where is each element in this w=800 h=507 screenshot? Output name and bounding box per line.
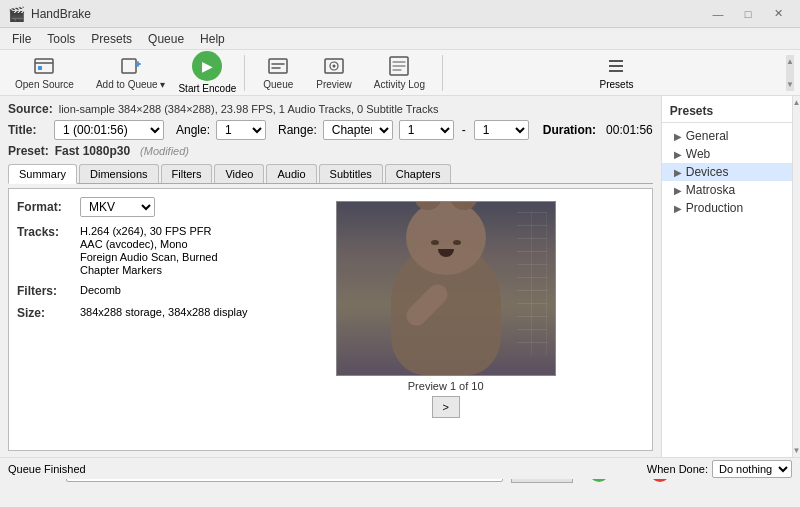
tab-subtitles[interactable]: Subtitles [319,164,383,183]
format-row: Format: MKV MP4 [17,197,248,217]
preset-group-production[interactable]: ▶ Production [662,199,800,217]
menu-queue[interactable]: Queue [140,30,192,48]
preset-group-matroska[interactable]: ▶ Matroska [662,181,800,199]
angle-label: Angle: [176,123,210,137]
chapter-to-select[interactable]: 1 [474,120,529,140]
app-icon: 🎬 [8,6,25,22]
size-label: Size: [17,306,72,320]
preview-button[interactable]: Preview [307,51,361,94]
left-panel: Source: lion-sample 384×288 (384×288), 2… [0,96,661,457]
svg-point-6 [333,65,336,68]
preview-next-button[interactable]: > [432,396,460,418]
tab-dimensions[interactable]: Dimensions [79,164,158,183]
range-select[interactable]: Chapters [323,120,393,140]
toolbar-scroll: ▲ ▼ [786,55,794,91]
menu-help[interactable]: Help [192,30,233,48]
track-1: H.264 (x264), 30 FPS PFR [80,225,218,237]
tab-chapters[interactable]: Chapters [385,164,452,183]
scroll-down-arrow[interactable]: ▼ [793,446,800,455]
tab-video[interactable]: Video [214,164,264,183]
title-bar-left: 🎬 HandBrake [8,6,91,22]
queue-button[interactable]: Queue [253,51,303,94]
source-row: Source: lion-sample 384×288 (384×288), 2… [8,102,653,116]
duration-value: 00:01:56 [606,123,653,137]
open-source-label: Open Source [15,79,74,90]
presets-panel-header: Presets [662,100,800,123]
svg-rect-0 [35,59,53,73]
when-done-area: When Done: Do nothing Shutdown Hibernate [647,460,792,478]
presets-toolbar-label: Presets [600,79,634,90]
angle-select[interactable]: 1 [216,120,266,140]
maximize-button[interactable]: □ [734,4,762,24]
tracks-section: Tracks: H.264 (x264), 30 FPS PFR AAC (av… [17,225,248,276]
title-bar-controls: — □ ✕ [704,4,792,24]
status-bar: Queue Finished When Done: Do nothing Shu… [0,457,800,479]
preset-label: Preset: [8,144,49,158]
queue-icon [267,55,289,77]
source-value: lion-sample 384×288 (384×288), 23.98 FPS… [59,103,439,115]
add-to-queue-label: Add to Queue ▾ [96,79,166,90]
tab-summary[interactable]: Summary [8,164,77,184]
tab-audio[interactable]: Audio [266,164,316,183]
format-select[interactable]: MKV MP4 [80,197,155,217]
preset-matroska-label: Matroska [686,183,735,197]
track-2: AAC (avcodec), Mono [80,238,218,250]
menu-tools[interactable]: Tools [39,30,83,48]
chapter-from-select[interactable]: 1 [399,120,454,140]
filters-section: Filters: Decomb [17,284,248,298]
status-text: Queue Finished [8,463,86,475]
preview-icon [323,55,345,77]
preview-thumbnail [336,201,556,376]
title-row: Title: 1 (00:01:56) Angle: 1 Range: Chap… [8,120,653,140]
preset-group-web[interactable]: ▶ Web [662,145,800,163]
when-done-select[interactable]: Do nothing Shutdown Hibernate [712,460,792,478]
tracks-lines: H.264 (x264), 30 FPS PFR AAC (avcodec), … [80,225,218,276]
svg-rect-2 [122,59,136,73]
preview-nav: > [432,396,460,418]
range-label: Range: [278,123,317,137]
minimize-button[interactable]: — [704,4,732,24]
open-source-button[interactable]: Open Source [6,51,83,94]
size-section: Size: 384x288 storage, 384x288 display [17,306,248,320]
tabs: Summary Dimensions Filters Video Audio S… [8,164,653,184]
add-to-queue-button[interactable]: Add to Queue ▾ [87,51,175,94]
preview-label-text: Preview 1 of 10 [408,380,484,392]
preset-general-label: General [686,129,729,143]
toolbar-divider-1 [244,55,245,91]
range-separator: - [462,123,466,137]
start-encode-button[interactable]: ▶ Start Encode [178,51,236,94]
add-to-queue-icon [120,55,142,77]
preset-web-label: Web [686,147,710,161]
menu-file[interactable]: File [4,30,39,48]
title-select[interactable]: 1 (00:01:56) [54,120,164,140]
close-button[interactable]: ✕ [764,4,792,24]
preset-value: Fast 1080p30 [55,144,130,158]
preview-area: Preview 1 of 10 > [248,197,644,442]
preset-devices-label: Devices [686,165,729,179]
track-3: Foreign Audio Scan, Burned [80,251,218,263]
tab-content: Format: MKV MP4 Tracks: H.264 (x264), 30… [8,188,653,451]
filters-label: Filters: [17,284,72,298]
presets-toolbar-button[interactable]: Presets [591,51,643,94]
toolbar: Open Source Add to Queue ▾ ▶ Start Encod… [0,50,800,96]
main-area: Source: lion-sample 384×288 (384×288), 2… [0,96,800,457]
presets-toolbar-icon [605,55,627,77]
app-title: HandBrake [31,7,91,21]
title-bar: 🎬 HandBrake — □ ✕ [0,0,800,28]
preset-arrow-production: ▶ [674,203,682,214]
tab-filters[interactable]: Filters [161,164,213,183]
presets-panel: Presets ▶ General ▶ Web ▶ Devices ▶ Matr… [661,96,800,457]
when-done-label: When Done: [647,463,708,475]
preset-arrow-matroska: ▶ [674,185,682,196]
preset-row: Preset: Fast 1080p30 (Modified) [8,144,653,158]
preset-group-devices[interactable]: ▶ Devices [662,163,800,181]
scroll-up-arrow[interactable]: ▲ [793,98,800,107]
tracks-label: Tracks: [17,225,72,276]
menu-presets[interactable]: Presets [83,30,140,48]
presets-scrollbar[interactable]: ▲ ▼ [792,96,800,457]
size-value: 384x288 storage, 384x288 display [80,306,248,320]
svg-rect-1 [38,66,42,70]
open-source-icon [33,55,55,77]
activity-log-button[interactable]: Activity Log [365,51,434,94]
preset-group-general[interactable]: ▶ General [662,127,800,145]
